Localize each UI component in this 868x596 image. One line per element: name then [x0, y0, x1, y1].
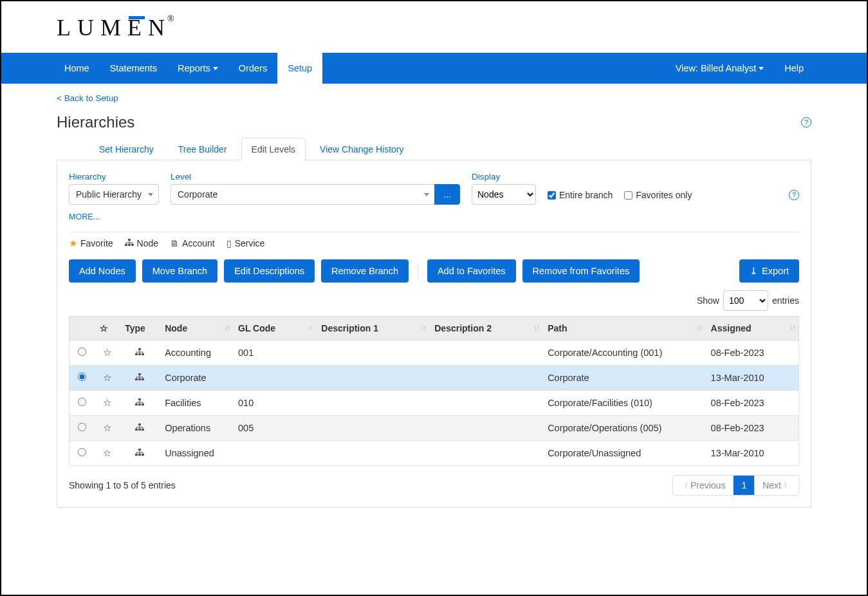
cell-desc2 [429, 366, 542, 391]
level-more-button[interactable]: ... [434, 184, 460, 205]
level-select[interactable]: Corporate [171, 184, 434, 205]
th-node[interactable]: Node↓↑ [160, 317, 233, 340]
svg-rect-17 [142, 353, 144, 355]
add-nodes-button[interactable]: Add Nodes [69, 259, 136, 283]
show-label: Show [697, 295, 719, 306]
row-radio[interactable] [78, 348, 86, 356]
next-label: Next [762, 480, 781, 490]
node-icon [135, 398, 144, 408]
favorites-only-input[interactable] [624, 191, 633, 200]
nav-statements[interactable]: Statements [100, 53, 167, 84]
help-icon[interactable]: ? [789, 190, 799, 200]
cell-gl [233, 441, 316, 466]
star-icon[interactable]: ☆ [103, 347, 111, 358]
nav-home[interactable]: Home [54, 53, 100, 84]
nav-setup[interactable]: Setup [277, 53, 322, 84]
prev-button[interactable]: 〈Previous [673, 476, 733, 495]
svg-rect-25 [138, 378, 141, 380]
edit-descriptions-button[interactable]: Edit Descriptions [224, 259, 315, 283]
svg-rect-34 [138, 404, 141, 405]
sort-icon: ↓↑ [697, 323, 702, 332]
caret-icon [213, 67, 218, 70]
th-path[interactable]: Path↓↑ [542, 317, 705, 340]
cell-gl [233, 366, 316, 391]
sort-icon: ↓↑ [420, 323, 425, 332]
back-to-setup-link[interactable]: < Back to Setup [57, 93, 118, 103]
svg-rect-24 [135, 378, 138, 380]
remove-branch-button[interactable]: Remove Branch [321, 259, 409, 283]
entire-branch-label: Entire branch [559, 190, 613, 200]
prev-label: Previous [690, 480, 725, 490]
remove-from-favorites-button[interactable]: Remove from Favorites [522, 259, 640, 283]
entire-branch-input[interactable] [548, 191, 556, 200]
sort-icon: ↓↑ [790, 323, 795, 332]
th-desc1[interactable]: Description 1↓↑ [316, 317, 429, 340]
cell-path: Corporate/Operations (005) [542, 416, 705, 441]
svg-rect-18 [138, 373, 141, 375]
cell-assigned: 13-Mar-2010 [706, 366, 799, 391]
nav-orders[interactable]: Orders [228, 53, 277, 84]
node-icon [125, 238, 134, 248]
sort-icon: ↓↑ [224, 323, 229, 332]
next-button[interactable]: Next〉 [754, 476, 799, 495]
display-select[interactable]: Nodes [472, 184, 536, 205]
th-select [69, 317, 95, 340]
cell-node: Facilities [160, 391, 233, 416]
nav-reports[interactable]: Reports [167, 53, 228, 84]
star-icon: ★ [69, 237, 77, 249]
row-radio[interactable] [78, 373, 86, 381]
entire-branch-checkbox[interactable]: Entire branch [548, 190, 613, 205]
tab-view-change-history[interactable]: View Change History [309, 138, 414, 160]
tabs: Set HierarchyTree BuilderEdit LevelsView… [57, 138, 811, 160]
nav-view-label: View: Billed Analyst [676, 63, 756, 73]
cell-path: Corporate [542, 366, 705, 391]
th-type[interactable]: Type [120, 317, 160, 340]
star-icon[interactable]: ☆ [103, 447, 111, 458]
entries-select[interactable]: 100 [723, 290, 768, 311]
help-icon[interactable]: ? [801, 117, 811, 127]
cell-desc1 [316, 391, 429, 416]
nodes-table: ☆ Type Node↓↑ GL Code↓↑ Description 1↓↑ … [69, 316, 799, 466]
page-1-button[interactable]: 1 [733, 476, 754, 495]
svg-rect-43 [138, 429, 141, 431]
th-assigned[interactable]: Assigned↓↑ [706, 317, 799, 340]
table-row[interactable]: ☆Operations005Corporate/Operations (005)… [69, 416, 799, 441]
cell-node: Corporate [160, 366, 233, 391]
panel: Hierarchy Public Hierarchy Level Corpora… [57, 160, 811, 508]
hierarchy-select[interactable]: Public Hierarchy [69, 184, 159, 205]
star-icon[interactable]: ☆ [103, 397, 111, 408]
star-icon[interactable]: ☆ [103, 422, 111, 433]
table-row[interactable]: ☆Facilities010Corporate/Facilities (010)… [69, 391, 799, 416]
hierarchy-value: Public Hierarchy [76, 189, 142, 200]
node-icon [135, 448, 144, 458]
th-desc2[interactable]: Description 2↓↑ [429, 317, 542, 340]
cell-desc2 [429, 391, 542, 416]
row-radio[interactable] [78, 448, 86, 456]
nav-view[interactable]: View: Billed Analyst [665, 53, 774, 84]
more-link[interactable]: MORE... [69, 212, 100, 221]
table-row[interactable]: ☆UnassignedCorporate/Unassigned13-Mar-20… [69, 441, 799, 466]
nav-help[interactable]: Help [774, 53, 814, 84]
cell-desc1 [316, 441, 429, 466]
tab-tree-builder[interactable]: Tree Builder [168, 138, 237, 160]
export-button[interactable]: ⤓Export [739, 259, 799, 283]
svg-rect-15 [135, 353, 138, 355]
cell-assigned: 08-Feb-2023 [706, 416, 799, 441]
row-radio[interactable] [78, 398, 86, 406]
th-gl[interactable]: GL Code↓↑ [233, 317, 316, 340]
move-branch-button[interactable]: Move Branch [142, 259, 217, 283]
nav-left: HomeStatementsReportsOrdersSetup [54, 53, 322, 84]
tab-set-hierarchy[interactable]: Set Hierarchy [89, 138, 164, 160]
star-icon[interactable]: ☆ [103, 372, 111, 383]
svg-rect-27 [138, 398, 141, 400]
node-icon [135, 423, 144, 433]
legend-service: Service [235, 238, 265, 248]
table-row[interactable]: ☆CorporateCorporate13-Mar-2010 [69, 366, 799, 391]
row-radio[interactable] [78, 423, 86, 431]
favorites-only-checkbox[interactable]: Favorites only [624, 190, 692, 205]
export-label: Export [762, 266, 789, 276]
th-favorite[interactable]: ☆ [95, 317, 120, 340]
add-to-favorites-button[interactable]: Add to Favorites [427, 259, 516, 283]
tab-edit-levels[interactable]: Edit Levels [241, 138, 306, 160]
table-row[interactable]: ☆Accounting001Corporate/Accounting (001)… [69, 340, 799, 366]
